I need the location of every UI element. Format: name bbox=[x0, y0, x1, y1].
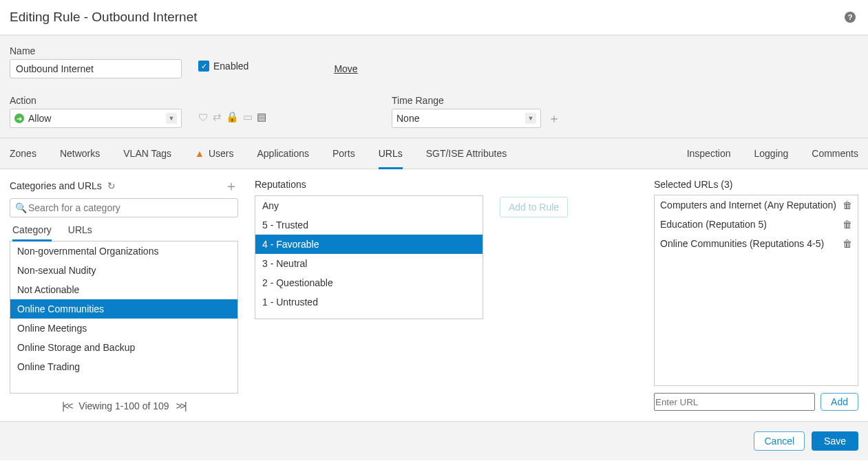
action-select[interactable]: ➜ Allow ▼ bbox=[10, 109, 182, 128]
reputations-title: Reputations bbox=[255, 179, 306, 190]
chevron-down-icon: ▼ bbox=[525, 113, 536, 124]
list-item[interactable]: Non-governmental Organizations bbox=[10, 242, 237, 261]
tab-inspection[interactable]: Inspection bbox=[687, 138, 731, 169]
allow-icon: ➜ bbox=[14, 114, 24, 123]
picture-icon: ▭ bbox=[243, 111, 253, 123]
rule-form: Name ✓ Enabled Move Action ➜ Allow ▼ 🛡 ⇄… bbox=[0, 36, 868, 138]
categories-title: Categories and URLs bbox=[10, 180, 102, 191]
pager-first-icon[interactable]: |<< bbox=[62, 400, 72, 411]
timerange-select[interactable]: None ▼ bbox=[392, 109, 541, 128]
timerange-label: Time Range bbox=[392, 95, 560, 106]
category-search-input[interactable] bbox=[10, 198, 238, 217]
flow-icon: ⇄ bbox=[213, 111, 222, 123]
save-button[interactable]: Save bbox=[812, 431, 858, 451]
list-item[interactable]: Non-sexual Nudity bbox=[10, 261, 237, 280]
list-item[interactable]: 5 - Trusted bbox=[255, 215, 483, 235]
add-to-rule-button[interactable]: Add to Rule bbox=[500, 197, 568, 217]
trash-icon[interactable]: 🗑 bbox=[843, 238, 852, 249]
page-title: Editing Rule - Outbound Internet bbox=[10, 10, 198, 25]
list-item[interactable]: Online Storage and Backup bbox=[10, 338, 237, 357]
list-item[interactable]: Online Meetings bbox=[10, 319, 237, 338]
tab-zones[interactable]: Zones bbox=[10, 138, 36, 169]
timerange-value: None bbox=[396, 113, 419, 124]
add-url-button[interactable]: Add bbox=[821, 393, 858, 411]
list-item[interactable]: Not Actionable bbox=[10, 280, 237, 299]
tab-ports[interactable]: Ports bbox=[332, 138, 355, 169]
dialog-footer: Cancel Save bbox=[0, 421, 868, 460]
reputation-list[interactable]: Any 5 - Trusted 4 - Favorable 3 - Neutra… bbox=[255, 195, 483, 319]
selected-item: Education (Reputation 5) 🗑 bbox=[655, 215, 858, 234]
tab-networks[interactable]: Networks bbox=[60, 138, 100, 169]
trash-icon[interactable]: 🗑 bbox=[843, 219, 852, 230]
tab-logging[interactable]: Logging bbox=[754, 138, 788, 169]
pager: |<< Viewing 1-100 of 109 >>| bbox=[10, 400, 238, 411]
shield-icon: 🛡 bbox=[198, 111, 209, 123]
action-value: Allow bbox=[28, 113, 51, 124]
action-icon-row: 🛡 ⇄ 🔒 ▭ ▤ bbox=[198, 111, 266, 123]
list-item[interactable]: 3 - Neutral bbox=[255, 254, 483, 273]
selected-url-list: Computers and Internet (Any Reputation) … bbox=[654, 195, 858, 386]
tab-vlan-tags[interactable]: VLAN Tags bbox=[123, 138, 171, 169]
list-item[interactable]: 2 - Questionable bbox=[255, 273, 483, 292]
lock-icon: 🔒 bbox=[226, 111, 239, 123]
trash-icon[interactable]: 🗑 bbox=[843, 200, 852, 211]
pager-text: Viewing 1-100 of 109 bbox=[78, 400, 169, 411]
list-item[interactable]: 1 - Untrusted bbox=[255, 292, 483, 312]
warning-icon: ▲ bbox=[195, 148, 204, 159]
enter-url-input[interactable] bbox=[654, 393, 815, 411]
note-icon: ▤ bbox=[257, 111, 266, 123]
list-item[interactable]: 4 - Favorable bbox=[255, 235, 483, 254]
selected-item: Computers and Internet (Any Reputation) … bbox=[655, 195, 858, 215]
name-label: Name bbox=[10, 45, 182, 56]
help-icon[interactable]: ? bbox=[845, 12, 856, 23]
tab-comments[interactable]: Comments bbox=[812, 138, 858, 169]
subtab-urls[interactable]: URLs bbox=[68, 224, 92, 241]
category-list[interactable]: Non-governmental Organizations Non-sexua… bbox=[10, 241, 238, 394]
tab-applications[interactable]: Applications bbox=[257, 138, 309, 169]
chevron-down-icon: ▼ bbox=[166, 113, 177, 124]
tab-urls[interactable]: URLs bbox=[379, 138, 403, 169]
pager-last-icon[interactable]: >>| bbox=[176, 400, 186, 411]
cancel-button[interactable]: Cancel bbox=[754, 431, 805, 451]
enabled-checkbox[interactable]: ✓ bbox=[198, 61, 209, 72]
list-item[interactable]: Online Trading bbox=[10, 357, 237, 376]
tab-users[interactable]: ▲Users bbox=[195, 138, 233, 169]
refresh-icon[interactable]: ↻ bbox=[107, 180, 116, 191]
list-item[interactable]: Online Communities bbox=[10, 299, 237, 319]
selected-item: Online Communities (Reputations 4-5) 🗑 bbox=[655, 234, 858, 253]
move-link[interactable]: Move bbox=[334, 63, 357, 74]
subtab-category[interactable]: Category bbox=[12, 224, 52, 241]
enabled-label: Enabled bbox=[213, 61, 248, 72]
list-item[interactable]: Any bbox=[255, 196, 483, 215]
tabs-bar: Zones Networks VLAN Tags ▲Users Applicat… bbox=[0, 138, 868, 169]
name-input[interactable] bbox=[10, 59, 182, 78]
add-category-icon[interactable]: ＋ bbox=[224, 179, 238, 193]
tab-sgt-ise[interactable]: SGT/ISE Attributes bbox=[426, 138, 507, 169]
add-timerange-icon[interactable]: ＋ bbox=[548, 110, 560, 127]
search-icon: 🔍 bbox=[15, 202, 27, 213]
selected-urls-title: Selected URLs (3) bbox=[654, 179, 732, 190]
action-label: Action bbox=[10, 95, 182, 106]
